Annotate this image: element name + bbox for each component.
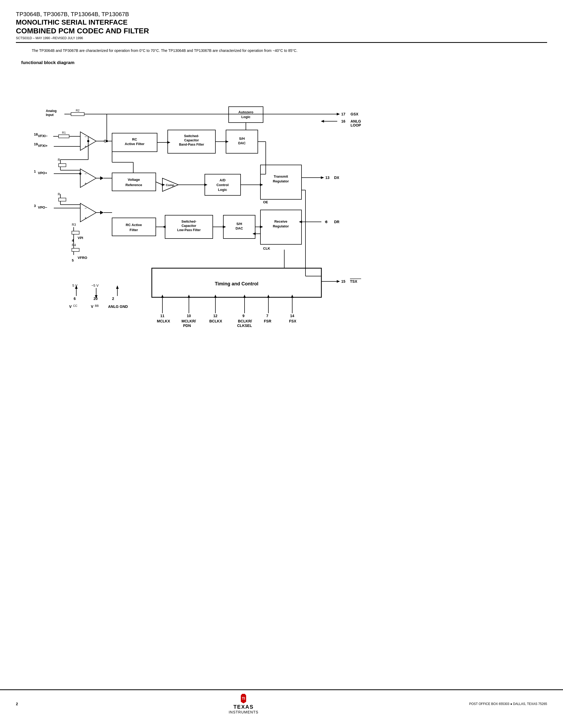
svg-text:12: 12	[213, 314, 217, 318]
svg-text:R2: R2	[75, 109, 79, 112]
svg-text:DAC: DAC	[235, 226, 243, 230]
section-title: functional block diagram	[21, 60, 547, 65]
svg-text:VFRO: VFRO	[78, 256, 87, 260]
description-text: The TP3064B and TP3067B are characterize…	[32, 48, 531, 53]
svg-text:3: 3	[34, 204, 36, 208]
svg-marker-84	[100, 176, 104, 180]
footer-address: POST OFFICE BOX 655303 ● DALLAS, TEXAS 7…	[469, 702, 547, 706]
svg-text:15: 15	[341, 279, 346, 284]
svg-rect-10	[229, 107, 263, 123]
svg-text:7: 7	[266, 314, 268, 318]
svg-marker-53	[321, 120, 324, 123]
svg-text:Switched-: Switched-	[181, 220, 196, 223]
svg-text:19: 19	[34, 142, 38, 146]
svg-text:S/H: S/H	[239, 137, 245, 141]
svg-text:VFXI−: VFXI−	[38, 134, 48, 138]
svg-text:ANLG GND: ANLG GND	[108, 304, 128, 309]
svg-text:−: −	[84, 134, 87, 139]
svg-text:Switched-: Switched-	[184, 134, 199, 138]
functional-block-diagram: RC Active Filter Switched- Capacitor Ban…	[30, 70, 533, 493]
svg-text:BCLKX: BCLKX	[209, 319, 222, 323]
title2: COMBINED PCM CODEC AND FILTER	[16, 26, 547, 35]
svg-text:5: 5	[72, 258, 74, 262]
svg-text:6: 6	[74, 296, 76, 301]
svg-text:R: R	[58, 158, 60, 162]
svg-text:11: 11	[160, 314, 164, 318]
svg-text:20: 20	[93, 296, 98, 301]
svg-text:CLKSEL: CLKSEL	[237, 323, 252, 328]
svg-text:RC Active: RC Active	[126, 223, 142, 227]
svg-text:9: 9	[242, 314, 244, 318]
svg-text:Filter: Filter	[129, 228, 138, 232]
svg-text:10: 10	[187, 314, 191, 318]
svg-text:V: V	[69, 304, 72, 309]
svg-text:+: +	[84, 216, 87, 220]
page-number: 2	[16, 702, 18, 706]
svg-text:FSX: FSX	[289, 319, 297, 323]
svg-marker-99	[100, 211, 104, 214]
svg-text:ANLG: ANLG	[351, 119, 361, 123]
diagram-svg: RC Active Filter Switched- Capacitor Ban…	[30, 70, 533, 493]
ti-logo-icon: TI	[235, 693, 251, 704]
part-numbers: TP3064B, TP3067B, TP13064B, TP13067B	[16, 11, 547, 18]
svg-text:Logic: Logic	[241, 115, 250, 119]
svg-text:−: −	[84, 172, 87, 176]
svg-rect-89	[59, 198, 66, 201]
svg-text:BB: BB	[95, 304, 99, 307]
svg-line-139	[156, 182, 162, 185]
svg-text:TSX: TSX	[350, 279, 358, 284]
svg-text:GSX: GSX	[351, 112, 359, 116]
svg-text:VPO+: VPO+	[38, 171, 47, 175]
svg-text:Low-Pass Filter: Low-Pass Filter	[177, 228, 200, 232]
svg-text:V: V	[91, 304, 93, 309]
svg-text:S/H: S/H	[236, 222, 242, 226]
svg-text:17: 17	[341, 112, 346, 116]
svg-marker-80	[80, 169, 96, 187]
svg-text:Control: Control	[216, 183, 228, 187]
svg-rect-60	[59, 135, 69, 138]
svg-text:Input: Input	[46, 113, 53, 117]
ti-logo: TI TEXAS INSTRUMENTS	[229, 693, 258, 714]
svg-text:FSR: FSR	[264, 319, 271, 323]
svg-marker-146	[321, 176, 324, 179]
svg-point-198	[87, 140, 89, 142]
svg-text:PDN: PDN	[183, 323, 191, 328]
svg-rect-103	[72, 231, 79, 234]
svg-text:VPI: VPI	[78, 236, 83, 240]
svg-marker-95	[80, 203, 96, 222]
svg-marker-127	[116, 285, 119, 289]
svg-text:Logic: Logic	[218, 188, 227, 192]
svg-text:DX: DX	[334, 176, 340, 180]
svg-text:−: −	[84, 206, 87, 210]
svg-text:13: 13	[325, 176, 330, 180]
svg-text:Regulator: Regulator	[272, 179, 289, 183]
svg-rect-110	[72, 248, 79, 251]
svg-text:18: 18	[34, 132, 38, 136]
svg-text:BCLKR/: BCLKR/	[238, 319, 252, 323]
svg-text:DAC: DAC	[238, 141, 245, 145]
title1: MONOLITHIC SERIAL INTERFACE	[16, 18, 547, 26]
page-header: TP3064B, TP3067B, TP13064B, TP13067B MON…	[16, 11, 547, 43]
svg-text:1: 1	[34, 169, 36, 173]
svg-rect-25	[112, 218, 156, 236]
svg-text:Analog: Analog	[46, 109, 57, 113]
svg-marker-164	[337, 280, 340, 283]
svg-text:MCLKX: MCLKX	[157, 319, 170, 323]
doc-id: SCTS031D – MAY 1990 –REVISED JULY 1996	[16, 36, 547, 40]
svg-text:Autozero: Autozero	[238, 110, 253, 114]
svg-rect-74	[59, 164, 66, 167]
svg-text:Regulator: Regulator	[272, 224, 289, 228]
svg-text:Capacitor: Capacitor	[181, 224, 196, 228]
svg-rect-13	[112, 173, 156, 191]
svg-text:R3: R3	[72, 223, 76, 227]
svg-text:VPO−: VPO−	[38, 205, 47, 209]
svg-text:CLK: CLK	[263, 246, 270, 250]
svg-text:Comp.: Comp.	[165, 183, 174, 187]
svg-point-195	[106, 140, 108, 142]
page-footer: 2 TI TEXAS INSTRUMENTS POST OFFICE BOX 6…	[0, 689, 563, 717]
svg-text:Transmit: Transmit	[273, 174, 288, 178]
svg-text:DR: DR	[334, 220, 340, 224]
svg-text:14: 14	[290, 314, 295, 318]
svg-text:LOOP: LOOP	[351, 123, 361, 127]
svg-text:R1: R1	[62, 131, 65, 134]
